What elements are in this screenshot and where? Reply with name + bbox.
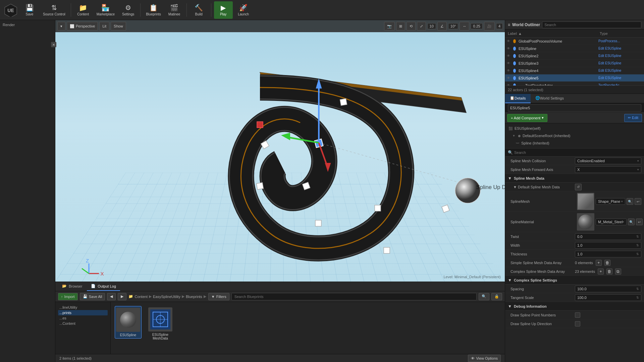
outliner-header: ≡ World Outliner: [505, 20, 644, 29]
asset-label-spline: ESUSpline: [120, 333, 136, 337]
svg-rect-3: [257, 183, 264, 190]
edit-button[interactable]: ✏ Edit: [624, 114, 642, 122]
collision-select[interactable]: CollisionEnabled ▾: [575, 158, 641, 164]
actor-name-input[interactable]: [508, 104, 641, 112]
grid-toggle[interactable]: ⊞: [396, 22, 405, 31]
angle-value[interactable]: 10°: [448, 23, 459, 29]
simple-array-del[interactable]: 🗑: [604, 260, 610, 266]
simple-array-add[interactable]: +: [596, 260, 602, 266]
build-button[interactable]: 🔨 Build: [190, 1, 208, 19]
scale-value[interactable]: 0.25: [471, 23, 482, 29]
details-search-input[interactable]: [514, 150, 641, 155]
section-debug-info[interactable]: ▼ Debug Information: [505, 302, 644, 311]
spline-nums-checkbox[interactable]: [575, 312, 580, 318]
asset-esu-spline[interactable]: ESUSpline: [115, 306, 142, 339]
spline-mesh-select[interactable]: Shape_Plane ▾: [596, 198, 625, 205]
width-input[interactable]: 1.0 ⇅: [575, 242, 641, 249]
outliner-row-2[interactable]: 👁 ESUSpline2 Edit ESUSpline: [505, 52, 644, 60]
content-button[interactable]: 📁 Content: [74, 1, 93, 19]
twist-input[interactable]: 0.0 ⇅: [575, 233, 641, 240]
tree-item-prints[interactable]: ...prints: [58, 310, 108, 315]
output-log-tab[interactable]: 📄 Output Log: [87, 282, 120, 291]
marketplace-button[interactable]: 🏪 Marketplace: [94, 1, 117, 19]
search-input[interactable]: [231, 293, 477, 300]
show-button[interactable]: Show: [111, 22, 126, 31]
play-button[interactable]: ▶ Play: [214, 1, 233, 19]
outliner-row-5[interactable]: 👁 ESUSpline5 Edit ESUSpline: [505, 74, 644, 82]
launch-button[interactable]: 🚀 Launch: [234, 1, 253, 19]
filters-button[interactable]: ▼ Filters: [208, 293, 229, 300]
thickness-input[interactable]: 1.0 ⇅: [575, 251, 641, 257]
angle-snap[interactable]: ⟲: [407, 22, 416, 31]
scale-toggle[interactable]: ↔: [460, 22, 469, 31]
details-name-bar: [505, 103, 644, 113]
section-complex-settings[interactable]: ▼ Complex Spline Settings: [505, 276, 644, 285]
scale-snap[interactable]: ⤢: [417, 22, 426, 31]
complex-array-del[interactable]: 🗑: [606, 268, 612, 275]
grid-size[interactable]: 10: [427, 23, 436, 29]
complex-array-dup[interactable]: ⧉: [615, 268, 621, 275]
nav-back-button[interactable]: ◀: [107, 293, 116, 300]
folder-icon: 📁: [128, 294, 133, 299]
search-button[interactable]: 🔍: [479, 293, 489, 300]
import-button[interactable]: ↑ Import: [58, 293, 78, 300]
outliner-row-3[interactable]: 👁 ESUSpline3 Edit ESUSpline: [505, 60, 644, 67]
mat-reset-btn[interactable]: ↩: [636, 219, 643, 225]
save-button[interactable]: 💾 Save: [20, 1, 39, 19]
matinee-button[interactable]: 🎬 Matinee: [165, 1, 184, 19]
section-spline-mesh-data[interactable]: ▼ Spline Mesh Data: [505, 174, 644, 183]
blueprints-button[interactable]: 📋 Blueprints: [143, 1, 163, 19]
launch-icon: 🚀: [239, 4, 248, 12]
outliner-row-6[interactable]: 👁 TextRenderActor TextRenderAc...: [505, 82, 644, 85]
mat-browse-btn[interactable]: 🔍: [628, 219, 635, 225]
outliner-row-0[interactable]: 👁 GlobalPostProcessVolume PostProcess...: [505, 38, 644, 45]
separator-3: [186, 3, 187, 17]
outliner-search[interactable]: [542, 21, 641, 28]
viewport-dropdown-button[interactable]: ▾: [57, 22, 65, 31]
cam-speed-btn[interactable]: 🎥: [484, 22, 495, 31]
mesh-reset-btn[interactable]: ↩: [635, 198, 641, 205]
nav-fwd-button[interactable]: ▶: [118, 293, 126, 300]
cam-speed-value[interactable]: 4: [496, 23, 503, 29]
svg-text:Spline Up Direction: Spline Up Direction: [476, 184, 505, 190]
outliner-row-4[interactable]: 👁 ESUSpline4 Edit ESUSpline: [505, 67, 644, 74]
default-mesh-reset[interactable]: ↺: [575, 184, 582, 190]
prop-row-spacing: Spacing 100.0 ⇅: [505, 285, 644, 293]
col-type[interactable]: Type: [597, 32, 644, 36]
tree-item-es[interactable]: ...es: [58, 315, 108, 321]
save-all-label: Save All: [89, 295, 102, 299]
mesh-browse-btn[interactable]: 🔍: [627, 198, 633, 205]
asset-esu-spline-mesh[interactable]: ESUSplineMeshData: [147, 306, 174, 342]
tree-item-lineutil[interactable]: ...lineUtility: [58, 305, 108, 310]
camera-btn[interactable]: 📷: [384, 22, 395, 31]
settings-button[interactable]: ⚙ Settings: [119, 1, 138, 19]
save-all-button[interactable]: 💾 Save All: [80, 293, 105, 300]
browser-tab[interactable]: 📂 Browser: [58, 282, 86, 291]
details-tab[interactable]: 📋 Details: [505, 94, 531, 103]
spacing-input[interactable]: 100.0 ⇅: [575, 286, 641, 292]
bottom-tabs: 📂 Browser 📄 Output Log: [55, 282, 505, 291]
sidebar-close-button[interactable]: ✕: [51, 42, 56, 47]
lit-button[interactable]: Lit: [99, 22, 109, 31]
col-label[interactable]: Label ▲: [505, 32, 597, 36]
forward-axis-select[interactable]: X ▾: [575, 166, 641, 173]
asset-thumb-spline: [116, 308, 140, 332]
comp-root[interactable]: ▼ ⊕ DefaultSceneRoot (Inherited): [508, 132, 641, 139]
outliner-row-1[interactable]: 👁 ESUSpline Edit ESUSpline: [505, 45, 644, 52]
view-options-button[interactable]: 👁 View Options: [468, 355, 501, 362]
play-label: Play: [220, 12, 226, 16]
source-control-button[interactable]: ⇅ Source Control: [40, 1, 68, 19]
spline-mat-select[interactable]: M_Metal_Steel ▾: [596, 219, 627, 225]
engine-logo: UE: [3, 2, 19, 18]
spline-up-checkbox[interactable]: [575, 321, 580, 326]
complex-array-add[interactable]: +: [598, 268, 604, 275]
tangent-scale-input[interactable]: 100.0 ⇅: [575, 294, 641, 301]
grid-angle-toggle[interactable]: ∠: [437, 22, 447, 31]
lock-button[interactable]: 🔒: [491, 293, 502, 300]
add-component-button[interactable]: + Add Component ▾: [507, 114, 547, 122]
world-settings-tab[interactable]: 🌐 World Settings: [531, 94, 569, 103]
perspective-button[interactable]: ⬜ Perspective: [67, 22, 98, 31]
comp-spline[interactable]: 〰 Spline (Inherited): [508, 139, 641, 147]
tree-item-content[interactable]: ...Content: [58, 321, 108, 326]
comp-self[interactable]: ⬛ ESUSpline(self): [508, 125, 641, 132]
